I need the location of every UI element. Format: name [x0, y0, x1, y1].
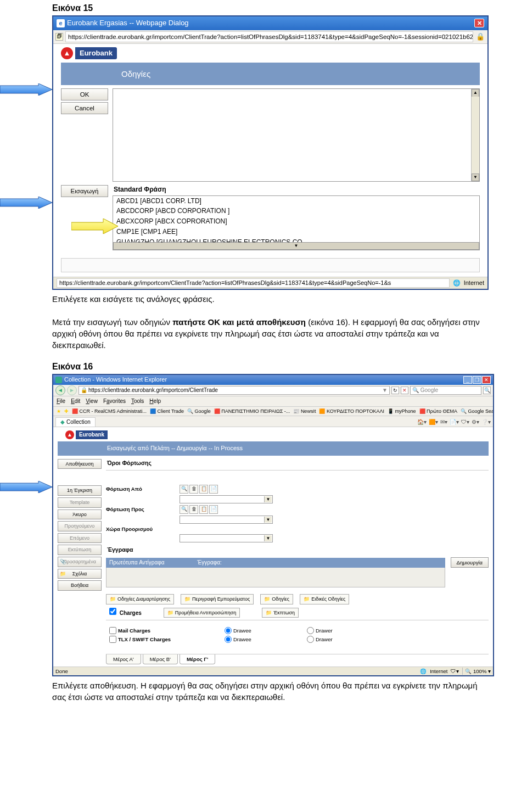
- fav-item[interactable]: 📰 NewsIt: [293, 408, 316, 415]
- add-icon[interactable]: 📋: [199, 505, 208, 514]
- maximize-icon[interactable]: ❐: [473, 376, 481, 384]
- tab-tools: 🏠▾ 🟧▾ ✉▾ 📄▾ 🛡▾ ⚙▾ ❔▾: [417, 418, 491, 426]
- search-go-icon[interactable]: 🔍: [483, 387, 491, 394]
- list-item[interactable]: ABCXCORP [ABCX COPRORATION]: [113, 216, 479, 227]
- tab-part-a[interactable]: Μέρος Α': [106, 654, 141, 664]
- dialog-title: Eurobank Ergasias -- Webpage Dialog: [67, 18, 189, 28]
- page-icon: [55, 377, 62, 383]
- safety-icon[interactable]: 🛡▾: [461, 418, 469, 426]
- help-button[interactable]: Βοήθεια: [58, 580, 102, 591]
- fav-item[interactable]: 🔍 Google: [187, 408, 211, 415]
- back-button[interactable]: ◄: [55, 385, 65, 395]
- documents-listbox[interactable]: [106, 568, 445, 587]
- figure16-caption: Εικόνα 16: [0, 359, 527, 374]
- fav-item[interactable]: 🔍 Google Search: [461, 408, 493, 415]
- mail-drawer-radio[interactable]: Drawer: [307, 627, 373, 634]
- scrollbar[interactable]: ▲▼: [471, 89, 479, 181]
- list-item[interactable]: ABCDCORP [ABCD CORPORATION ]: [113, 206, 479, 216]
- agent-commission-button[interactable]: 📁Προμήθεια Αντιπροσώπηση: [164, 608, 240, 618]
- ie-status-bar: Done 🌐 Internet 🛡▾ 🔍 100% ▾: [53, 667, 493, 675]
- stop-icon[interactable]: ✕: [401, 387, 408, 394]
- lookup-icon[interactable]: 🔍: [180, 485, 188, 494]
- print-button[interactable]: Εκτύπωση: [58, 545, 102, 555]
- charges-checkbox[interactable]: Charges: [109, 608, 142, 617]
- fav-item[interactable]: 🟧 ΚΟΥΡΔΙΣΤΟ ΠΟΡΤΟΚΑΛΙ: [319, 408, 384, 415]
- menu-tools[interactable]: Tools: [131, 397, 144, 405]
- tab-part-b[interactable]: Μέρος Β': [143, 654, 178, 664]
- close-icon[interactable]: ✕: [474, 19, 484, 27]
- protest-instructions-button[interactable]: 📁Οδηγίες Διαμαρτύρησης: [106, 594, 174, 604]
- add-fav-icon[interactable]: ✚: [64, 408, 69, 415]
- dest-combo[interactable]: ▼: [180, 534, 273, 542]
- menu-help[interactable]: Help: [149, 397, 161, 405]
- ok-button[interactable]: OK: [61, 88, 108, 100]
- home-icon[interactable]: 🏠▾: [417, 418, 427, 426]
- minimize-icon[interactable]: _: [463, 376, 472, 384]
- help-icon[interactable]: ❔▾: [481, 418, 491, 426]
- prev-button[interactable]: Προηγούμενο: [58, 521, 102, 531]
- tab-part-c[interactable]: Μέρος Γ': [180, 654, 215, 664]
- scrollbar[interactable]: ▲▼: [113, 248, 479, 250]
- special-instructions-button[interactable]: 📁Ειδικές Οδηγίες: [300, 594, 349, 604]
- fav-item[interactable]: 🟥 Πρώτο ΘΕΜΑ: [419, 408, 457, 415]
- mail-icon[interactable]: ✉▾: [440, 418, 447, 426]
- cancel-button[interactable]: Άκυρο: [58, 509, 102, 520]
- mail-drawee-radio[interactable]: Drawee: [225, 627, 290, 634]
- to-combo[interactable]: ▼: [180, 516, 273, 524]
- refresh-icon[interactable]: ↻: [391, 387, 399, 394]
- from-label: Φόρτωση Από: [106, 485, 177, 492]
- phrase-listbox[interactable]: ABCD1 [ABCD1 CORP. LTD] ABCDCORP [ABCD C…: [113, 195, 480, 250]
- nav-row: ◄ ► 🔒https://clienttrade.eurobank.gr/imp…: [53, 385, 493, 396]
- fav-item[interactable]: 📱 myPhone: [388, 408, 416, 415]
- fav-item[interactable]: 🟥 ΠΑΝΕΠΙΣΤΗΜΙΟ ΠΕΙΡΑΙΩΣ -...: [214, 408, 290, 415]
- instructions-button[interactable]: 📁Οδηγίες: [260, 594, 293, 604]
- close-icon[interactable]: ✕: [482, 376, 491, 384]
- create-button[interactable]: Δημιουργία: [451, 557, 489, 568]
- mail-charges-checkbox[interactable]: Mail Charges: [109, 627, 208, 634]
- attach-button[interactable]: 📎Προσαρτημένα: [58, 557, 102, 567]
- from-combo[interactable]: ▼: [180, 495, 273, 503]
- tools-icon[interactable]: ⚙▾: [472, 418, 479, 426]
- tlx-drawee-radio[interactable]: Drawee: [225, 636, 290, 643]
- delete-icon[interactable]: 🗑: [189, 505, 198, 514]
- save-button[interactable]: Αποθήκευση: [58, 459, 102, 469]
- doc-icon[interactable]: 📄: [209, 485, 218, 494]
- star-icon[interactable]: ★: [57, 408, 61, 415]
- template-button[interactable]: Template: [58, 497, 102, 508]
- zoom-level[interactable]: 🔍 100% ▾: [462, 668, 491, 675]
- menu-favorites[interactable]: Favorites: [103, 397, 126, 405]
- cancel-button[interactable]: Cancel: [61, 102, 108, 114]
- tlx-drawer-radio[interactable]: Drawer: [307, 636, 373, 643]
- instructions-textarea[interactable]: ▲▼: [113, 88, 480, 182]
- tlx-charges-checkbox[interactable]: TLX / SWIFT Charges: [109, 636, 208, 643]
- feed-icon[interactable]: 🟧▾: [429, 418, 438, 426]
- fav-item[interactable]: 🟦 Client Trade: [150, 408, 184, 415]
- next-button[interactable]: Επόμενο: [58, 533, 102, 544]
- search-box[interactable]: 🔍 Google: [410, 386, 481, 395]
- delete-icon[interactable]: 🗑: [189, 485, 198, 494]
- comments-button[interactable]: 📁Σχόλια: [58, 569, 102, 579]
- browser-tab[interactable]: ◆Collection: [55, 417, 96, 427]
- list-item[interactable]: CMP1E [CMP1 AEE]: [113, 227, 479, 237]
- shipment-terms-title: Όροι Φόρτωσης: [106, 459, 489, 469]
- page-icon[interactable]: 📄▾: [450, 418, 459, 426]
- to-label: Φόρτωση Προς: [106, 506, 177, 513]
- fav-item[interactable]: 🟥 CCR - RealCMS Administrati...: [72, 408, 147, 415]
- page-content: ▲Eurobank Εισαγωγές από Πελάτη -- Δημιου…: [53, 427, 493, 667]
- address-bar[interactable]: 🔒https://clienttrade.eurobank.gr/importc…: [79, 386, 390, 395]
- list-item[interactable]: ABCD1 [ABCD1 CORP. LTD]: [113, 196, 479, 206]
- menu-view[interactable]: View: [86, 397, 98, 405]
- figure16-browser: Collection - Windows Internet Explorer _…: [52, 374, 494, 676]
- paragraph-2: Επιλέγετε αποθήκευση. H εφαρμογή θα σας …: [0, 676, 527, 710]
- approve-button[interactable]: 1η Έγκριση: [58, 485, 102, 496]
- import-button[interactable]: Εισαγωγή: [61, 185, 108, 197]
- doc-icon[interactable]: 📄: [209, 505, 218, 514]
- forward-button[interactable]: ►: [67, 385, 77, 395]
- menu-file[interactable]: File: [57, 397, 65, 405]
- goods-description-button[interactable]: 📁Περιγραφή Εμπορεύματος: [181, 594, 254, 604]
- menu-edit[interactable]: Edit: [71, 397, 80, 405]
- discount-button[interactable]: 📁Έκπτωση: [262, 608, 299, 618]
- dest-label: Χώρα Προορισμού: [106, 525, 177, 533]
- lookup-icon[interactable]: 🔍: [180, 505, 188, 514]
- add-icon[interactable]: 📋: [199, 485, 208, 494]
